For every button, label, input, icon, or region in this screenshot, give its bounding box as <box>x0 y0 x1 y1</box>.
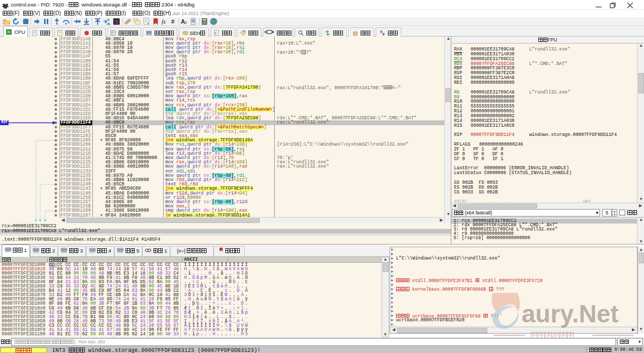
svg-text:fx: fx <box>162 18 166 25</box>
svg-text:#: # <box>171 18 174 25</box>
svg-text:A: A <box>181 18 185 25</box>
svg-text:S: S <box>115 19 118 25</box>
svg-text:s: s <box>215 31 217 35</box>
svg-text:z: z <box>185 20 187 24</box>
